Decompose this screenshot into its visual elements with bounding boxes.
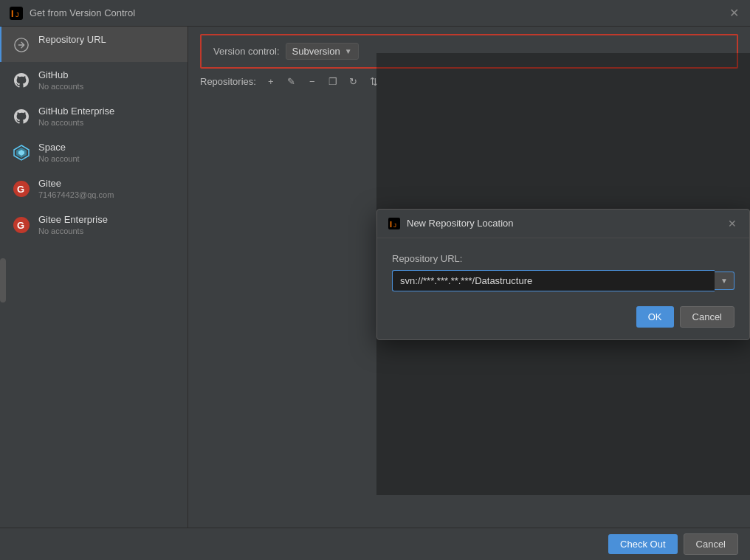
sidebar-item-text-gitee-enterprise: Gitee Enterprise No accounts [38, 214, 108, 235]
repo-add-button[interactable]: + [262, 73, 280, 89]
main-panel: Version control: Subversion ▼ Repositori… [188, 27, 750, 528]
window-title: Get from Version Control [30, 7, 726, 18]
sidebar-item-repository-url[interactable]: Repository URL [0, 27, 188, 62]
repository-url-input[interactable] [392, 270, 715, 291]
repo-edit-button[interactable]: ✎ [283, 73, 300, 89]
sidebar-item-github[interactable]: GitHub No accounts [0, 62, 188, 98]
version-control-dropdown-icon: ▼ [345, 47, 352, 55]
github-icon [12, 71, 31, 90]
sidebar-item-gitee[interactable]: G Gitee 714674423@qq.com [0, 170, 188, 207]
dialog-actions: OK Cancel [392, 306, 734, 328]
svg-text:J: J [393, 222, 396, 229]
sidebar-item-text-space: Space No account [38, 142, 80, 163]
github-enterprise-icon [12, 107, 31, 126]
sidebar-item-github-enterprise[interactable]: GitHub Enterprise No accounts [0, 98, 188, 134]
sidebar-item-title-github-enterprise: GitHub Enterprise [38, 106, 114, 117]
space-icon [12, 143, 31, 162]
repo-refresh-button[interactable]: ↻ [345, 73, 362, 89]
sidebar-item-text-repository-url: Repository URL [38, 34, 106, 45]
version-control-label: Version control: [213, 46, 280, 57]
repository-url-icon [12, 35, 31, 55]
sidebar-item-title-space: Space [38, 142, 80, 153]
sidebar-item-title-gitee-enterprise: Gitee Enterprise [38, 214, 108, 225]
sidebar-item-subtitle-space: No account [38, 154, 80, 163]
dialog-title-bar: I J New Repository Location ✕ [377, 210, 749, 238]
app-icon: I J [9, 6, 24, 21]
sidebar-item-title-repository-url: Repository URL [38, 34, 106, 45]
sidebar-item-text-github-enterprise: GitHub Enterprise No accounts [38, 106, 114, 127]
footer: Check Out Cancel [0, 528, 750, 560]
version-control-select[interactable]: Subversion ▼ [286, 43, 359, 60]
new-repository-dialog: I J New Repository Location ✕ Repository… [376, 209, 750, 340]
dialog-ok-button[interactable]: OK [636, 306, 674, 328]
dialog-input-row: ▼ [392, 270, 734, 291]
repository-url-dropdown-button[interactable]: ▼ [715, 272, 734, 290]
svg-text:G: G [17, 220, 24, 231]
sidebar-item-space[interactable]: Space No account [0, 134, 188, 170]
gitee-icon: G [12, 179, 31, 198]
sidebar-item-title-gitee: Gitee [38, 178, 114, 189]
version-control-value: Subversion [292, 46, 340, 57]
sidebar-item-subtitle-github-enterprise: No accounts [38, 118, 114, 127]
dialog-title: New Repository Location [407, 218, 720, 229]
cancel-button[interactable]: Cancel [684, 533, 738, 555]
dialog-cancel-button[interactable]: Cancel [680, 306, 734, 328]
sidebar-item-subtitle-gitee: 714674423@qq.com [38, 190, 114, 199]
title-bar: I J Get from Version Control ✕ [0, 0, 750, 27]
gitee-enterprise-icon: G [12, 215, 31, 235]
main-window: I J Get from Version Control ✕ Reposit [0, 0, 750, 560]
sidebar-item-text-gitee: Gitee 714674423@qq.com [38, 178, 114, 199]
svg-text:I: I [390, 220, 392, 229]
repositories-label: Repositories: [200, 76, 256, 87]
content-area: Repository URL GitHub No accounts [0, 27, 750, 528]
sidebar-item-title-github: GitHub [38, 69, 83, 80]
sidebar-item-subtitle-gitee-enterprise: No accounts [38, 227, 108, 235]
dialog-field-label: Repository URL: [392, 253, 734, 264]
svg-text:I: I [11, 9, 13, 19]
repo-remove-button[interactable]: − [303, 73, 321, 89]
dialog-body: Repository URL: ▼ OK Cancel [377, 238, 749, 339]
checkout-button[interactable]: Check Out [608, 534, 677, 554]
sidebar-item-gitee-enterprise[interactable]: G Gitee Enterprise No accounts [0, 207, 188, 243]
dialog-icon: I J [388, 217, 401, 230]
repo-copy-button[interactable]: ❐ [324, 73, 342, 89]
dialog-close-button[interactable]: ✕ [726, 217, 739, 230]
sidebar: Repository URL GitHub No accounts [0, 27, 188, 528]
sidebar-item-subtitle-github: No accounts [38, 82, 83, 91]
svg-text:J: J [16, 11, 19, 18]
dialog-backdrop: I J New Repository Location ✕ Repository… [376, 53, 750, 495]
scroll-indicator [0, 258, 6, 303]
svg-text:G: G [17, 184, 24, 195]
sidebar-item-text-github: GitHub No accounts [38, 69, 83, 91]
window-close-button[interactable]: ✕ [726, 6, 741, 21]
